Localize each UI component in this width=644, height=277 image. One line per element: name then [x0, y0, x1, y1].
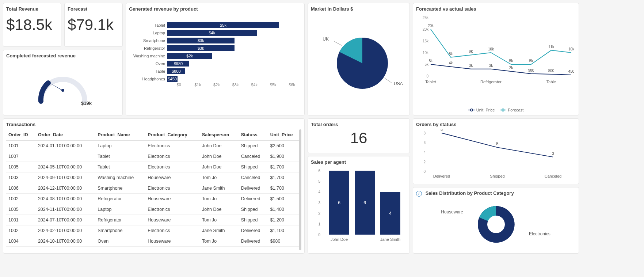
bar-row: Headphones$450: [129, 75, 301, 83]
svg-text:Refrigerator: Refrigerator: [480, 80, 502, 84]
card-title: i Sales Distribution by Product Category: [416, 190, 576, 197]
transactions-scroll[interactable]: Order_IDOrder_DateProduct_NameProduct_Ca…: [6, 129, 301, 250]
table-row[interactable]: 10022024-02-10T00:00:00SmartphoneElectro…: [6, 225, 301, 236]
table-header-row: Order_IDOrder_DateProduct_NameProduct_Ca…: [6, 129, 301, 141]
orders-status-chart: 02468853DeliveredShippedCanceled: [416, 129, 576, 182]
info-icon[interactable]: i: [416, 191, 422, 197]
revenue-by-product-card: Generated revenue by product Tablet$5kLa…: [126, 3, 305, 115]
svg-text:6: 6: [363, 200, 366, 205]
svg-text:4: 4: [423, 151, 426, 155]
svg-text:6: 6: [423, 141, 426, 145]
card-title: Market in Dollars $: [311, 6, 407, 12]
gauge-label: $19k: [81, 100, 92, 106]
svg-text:4k: 4k: [449, 61, 453, 65]
total-orders-card: Total orders 16: [308, 118, 410, 153]
svg-text:2: 2: [423, 160, 426, 164]
svg-text:0: 0: [423, 170, 426, 174]
gauge-card: Completed forecasted revenue $19k: [3, 50, 123, 115]
svg-text:2k: 2k: [509, 66, 514, 70]
table-row[interactable]: 10062024-12-10T00:00:00SmartphoneElectro…: [6, 183, 301, 194]
svg-text:10k: 10k: [423, 51, 429, 55]
card-title: Completed forecasted revenue: [6, 53, 119, 58]
svg-text:6: 6: [338, 200, 340, 205]
svg-text:6: 6: [318, 169, 320, 173]
bar-row: Oven$980: [129, 60, 301, 67]
kpi-total-revenue-card: Total Revenue $18.5k: [3, 3, 61, 47]
svg-text:20k: 20k: [428, 24, 434, 28]
kpi-value: $18.5k: [6, 16, 58, 34]
bar-row: Tablet$5k: [129, 21, 301, 29]
svg-text:4: 4: [318, 190, 320, 194]
table-row[interactable]: 10042024-10-10T00:00:00OvenHousewareTom …: [6, 236, 301, 247]
dashboard-grid: Total Revenue $18.5k Forecast $79.1k Com…: [3, 3, 641, 254]
gauge-chart: $19k: [26, 61, 99, 112]
bar-row: Washing machine$2k: [129, 52, 301, 60]
market-pie-card: Market in Dollars $ UK USA: [308, 3, 410, 115]
svg-text:25k: 25k: [423, 16, 429, 20]
svg-text:5: 5: [318, 179, 320, 183]
transactions-table: Order_IDOrder_DateProduct_NameProduct_Ca…: [6, 129, 301, 247]
kpi-title: Forecast: [68, 6, 119, 12]
svg-text:5k: 5k: [529, 59, 534, 63]
svg-text:450: 450: [568, 69, 575, 73]
column-header[interactable]: Unit_Price: [268, 129, 301, 141]
card-title: Total orders: [311, 122, 407, 127]
svg-text:11k: 11k: [548, 45, 555, 49]
donut-chart: Houseware Electronics: [419, 199, 573, 250]
svg-text:1: 1: [318, 222, 320, 226]
svg-text:5k: 5k: [509, 59, 514, 63]
svg-text:Houseware: Houseware: [441, 209, 463, 215]
svg-text:8k: 8k: [449, 52, 453, 56]
svg-text:USA: USA: [394, 81, 403, 86]
svg-text:0: 0: [426, 74, 428, 78]
svg-point-0: [61, 89, 64, 92]
svg-text:10k: 10k: [568, 47, 575, 51]
column-header[interactable]: Statuss: [239, 129, 268, 141]
legend: Unit_Price Forecast: [416, 108, 576, 112]
svg-text:John Doe: John Doe: [331, 237, 348, 242]
column-header[interactable]: Order_Date: [36, 129, 95, 141]
svg-text:3: 3: [318, 201, 320, 205]
sales-distribution-card: i Sales Distribution by Product Category: [413, 187, 579, 254]
svg-text:10k: 10k: [488, 47, 494, 51]
legend-forecast: Forecast: [500, 108, 523, 112]
revenue-bar-chart: Tablet$5kLaptop$4kSmartphone$3kRefrigera…: [129, 14, 301, 112]
svg-text:8: 8: [423, 131, 426, 135]
svg-text:5: 5: [496, 141, 498, 146]
svg-text:Electronics: Electronics: [529, 231, 550, 236]
table-row[interactable]: 10052024-11-10T00:00:00LaptopElectronics…: [6, 204, 301, 215]
svg-text:8: 8: [441, 129, 443, 132]
svg-text:9k: 9k: [469, 49, 473, 53]
table-row[interactable]: 10022024-08-10T00:00:00RefrigeratorHouse…: [6, 194, 301, 204]
svg-line-4: [384, 78, 392, 83]
table-row[interactable]: 10052024-05-10T00:00:00TabletElectronics…: [6, 162, 301, 172]
svg-point-59: [487, 216, 505, 233]
kpi-value: $79.1k: [68, 16, 119, 34]
column-header[interactable]: Salesperson: [200, 129, 239, 141]
bar-row: Laptop$4k: [129, 29, 301, 37]
table-row[interactable]: 1007TabletElectronicsJohn DoeCanceled$1,…: [6, 151, 301, 162]
card-title: Orders by statuss: [416, 122, 576, 127]
kpi-title: Total Revenue: [6, 6, 58, 12]
forecast-vs-actual-card: Forecasted vs actual sales 05k10k15k20k2…: [413, 3, 579, 115]
svg-text:2: 2: [318, 212, 320, 216]
svg-text:15k: 15k: [423, 39, 429, 43]
svg-text:20k: 20k: [423, 27, 429, 31]
column-header[interactable]: Product_Name: [95, 129, 145, 141]
svg-text:Shipped: Shipped: [490, 174, 504, 178]
svg-text:5k: 5k: [429, 59, 433, 63]
svg-line-2: [334, 41, 342, 46]
svg-text:3k: 3k: [469, 64, 473, 68]
svg-text:0: 0: [318, 233, 320, 237]
sales-agent-chart: 0123456664John DoeJane Smith: [311, 167, 407, 250]
bar-row: Table$800: [129, 67, 301, 75]
table-row[interactable]: 10012024-07-10T00:00:00RefrigeratorHouse…: [6, 215, 301, 225]
table-row[interactable]: 10032024-09-10T00:00:00Washing machineHo…: [6, 172, 301, 183]
forecast-line-chart: 05k10k15k20k25k5k4k3k3k2k98080045020k8k9…: [416, 14, 576, 106]
table-row[interactable]: 10012024-01-10T00:00:00LaptopElectronics…: [6, 141, 301, 151]
svg-text:3: 3: [552, 151, 554, 156]
column-header[interactable]: Product_Category: [145, 129, 200, 141]
market-pie-chart: UK USA: [311, 23, 406, 103]
svg-text:Table: Table: [546, 80, 556, 84]
column-header[interactable]: Order_ID: [6, 129, 36, 141]
